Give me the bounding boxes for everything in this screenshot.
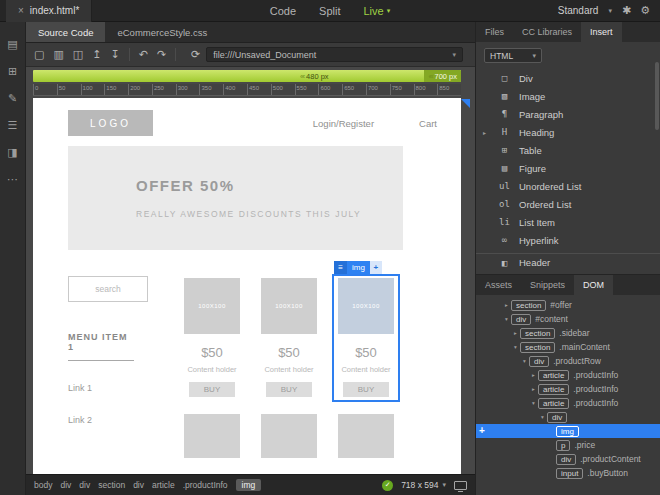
insert-panel-icon[interactable]: ⊞ (8, 65, 17, 78)
add-class-icon[interactable]: + (370, 261, 382, 274)
product-image-placeholder[interactable]: 100X100 (184, 278, 240, 334)
open-file-icon[interactable]: ▥ (53, 48, 63, 61)
view-mode-button[interactable]: Code (270, 5, 299, 17)
dom-tree-row[interactable]: + ▸ section #offer (476, 298, 660, 312)
lint-ok-icon[interactable]: ✓ (382, 480, 393, 491)
buy-button[interactable]: BUY (266, 382, 312, 397)
undo-icon[interactable]: ↶ (139, 48, 148, 61)
view-mode-button[interactable]: Split (319, 5, 343, 17)
product-image-placeholder[interactable] (338, 414, 394, 458)
cart-link[interactable]: Cart (419, 118, 437, 129)
tag-selector[interactable]: img (236, 479, 262, 491)
panel-tab[interactable]: DOM (574, 275, 613, 295)
sidebar-link[interactable]: Link 1 (68, 383, 180, 393)
tag-selector[interactable]: .productInfo (183, 480, 228, 490)
insert-category-dropdown[interactable]: HTML ▾ (484, 48, 542, 63)
tag-selector[interactable]: div (133, 480, 144, 490)
more-panels-icon[interactable]: ⋯ (7, 173, 18, 186)
tag-selector[interactable]: div (79, 480, 90, 490)
dom-tree-row[interactable]: + p .price (476, 438, 660, 452)
buy-button[interactable]: BUY (343, 382, 389, 397)
css-designer-icon[interactable]: ✎ (8, 92, 17, 105)
dom-tree-row[interactable]: + ▾ article .productInfo (476, 396, 660, 410)
dom-tree-row[interactable]: + div .productContent (476, 452, 660, 466)
insert-item[interactable]: ▸ ⊞ Table (476, 141, 660, 159)
expander-icon[interactable]: ▾ (520, 358, 529, 364)
dom-tree-row[interactable]: + ▾ div .productRow (476, 354, 660, 368)
insert-item[interactable]: ▸ li List Item (476, 213, 660, 231)
dom-tree-row[interactable]: + img (476, 424, 660, 438)
expander-icon[interactable]: ▾ (538, 414, 547, 420)
sidebar-link[interactable]: Link 2 (68, 415, 180, 425)
expander-icon[interactable]: ▾ (529, 400, 538, 406)
media-query-size-bar[interactable]: ‹‹‹ 480 px ‹‹‹ 700 px (33, 70, 461, 82)
insert-item[interactable]: ▸ ¶ Paragraph (476, 105, 660, 123)
device-preview-icon[interactable] (454, 481, 467, 490)
tag-selector[interactable]: div (60, 480, 71, 490)
product-image-placeholder[interactable] (184, 414, 240, 458)
div-icon: □ (497, 73, 512, 83)
document-tab[interactable]: × index.html* (6, 0, 92, 22)
files-panel-icon[interactable]: ▤ (7, 38, 17, 51)
dom-tree-row[interactable]: + ▸ article .productInfo (476, 368, 660, 382)
panel-tab[interactable]: Snippets (521, 275, 574, 295)
product-card[interactable]: ≡ img + 100X100 $50 Content holder BUY (257, 276, 321, 400)
product-image-placeholder[interactable] (261, 414, 317, 458)
insert-item[interactable]: ▸ ◧ Header (476, 253, 660, 271)
expander-icon[interactable]: ▸ (529, 372, 538, 378)
new-file-icon[interactable]: ▢ (34, 48, 44, 61)
add-element-icon[interactable]: + (479, 425, 485, 436)
search-input[interactable] (68, 276, 148, 302)
expander-icon[interactable]: ▸ (529, 386, 538, 392)
scrollbar-thumb[interactable] (655, 62, 659, 130)
download-icon[interactable]: ↧ (110, 48, 119, 61)
tag-selector[interactable]: article (152, 480, 175, 490)
insert-item[interactable]: ▸ ul Unordered List (476, 177, 660, 195)
expander-icon[interactable]: ▸ (511, 330, 520, 336)
insert-item[interactable]: ▸ □ Div (476, 69, 660, 87)
drag-grip-icon[interactable]: ≡ (334, 261, 347, 274)
snippets-panel-icon[interactable]: ◨ (7, 146, 17, 159)
insert-item[interactable]: ▸ ∞ Hyperlink (476, 231, 660, 249)
tag-selector[interactable]: section (98, 480, 125, 490)
expander-icon[interactable]: ▾ (511, 344, 520, 350)
gear-icon[interactable]: ⚙ (640, 4, 650, 17)
dom-tree-row[interactable]: + ▾ div #content (476, 312, 660, 326)
insert-item[interactable]: ▸ ol Ordered List (476, 195, 660, 213)
related-file-tab[interactable]: Source Code (26, 22, 105, 42)
upload-icon[interactable]: ↥ (92, 48, 101, 61)
dom-tree-row[interactable]: + ▾ div (476, 410, 660, 424)
save-icon[interactable]: ◫ (73, 48, 83, 61)
login-register-link[interactable]: Login/Register (313, 118, 374, 129)
related-file-tab[interactable]: eCommerceStyle.css (105, 22, 219, 42)
insert-item[interactable]: ▸ ▤ Figure (476, 159, 660, 177)
panel-tab[interactable]: Insert (581, 22, 622, 42)
product-card[interactable]: ≡ img + 100X100 $50 Content holder BUY (180, 276, 244, 400)
product-image-placeholder[interactable]: 100X100 (338, 278, 394, 334)
dom-panel-icon[interactable]: ☰ (8, 119, 18, 132)
product-image-placeholder[interactable]: 100X100 (261, 278, 317, 334)
buy-button[interactable]: BUY (189, 382, 235, 397)
sync-settings-icon[interactable]: ✱ (622, 4, 631, 17)
product-card[interactable]: ≡ img + 100X100 $50 Content holder BUY (334, 276, 398, 400)
dom-tree-row[interactable]: + ▾ section .mainContent (476, 340, 660, 354)
viewport-resize-handle[interactable] (461, 99, 470, 108)
url-field[interactable]: file:///Unsaved_Document ▾ (206, 47, 463, 62)
view-mode-button[interactable]: Live ▾ (364, 5, 391, 17)
insert-item[interactable]: ▸ H Heading (476, 123, 660, 141)
tag-selector[interactable]: body (34, 480, 52, 490)
redo-icon[interactable]: ↷ (157, 48, 166, 61)
viewport-size-selector[interactable]: 718 x 594 ▾ (401, 480, 446, 490)
panel-tab[interactable]: Assets (476, 275, 521, 295)
insert-item[interactable]: ▸ ▧ Image (476, 87, 660, 105)
expander-icon[interactable]: ▾ (502, 316, 511, 322)
expander-icon[interactable]: ▸ (502, 302, 511, 308)
dom-tree-row[interactable]: + input .buyButton (476, 466, 660, 480)
dom-tree-row[interactable]: + ▸ article .productInfo (476, 382, 660, 396)
panel-tab[interactable]: Files (476, 22, 513, 42)
dom-tree-row[interactable]: + ▸ section .sidebar (476, 326, 660, 340)
panel-tab[interactable]: CC Libraries (513, 22, 581, 42)
workspace-selector[interactable]: Standard (558, 5, 599, 16)
refresh-icon[interactable]: ⟳ (191, 48, 200, 61)
close-icon[interactable]: × (18, 5, 24, 16)
